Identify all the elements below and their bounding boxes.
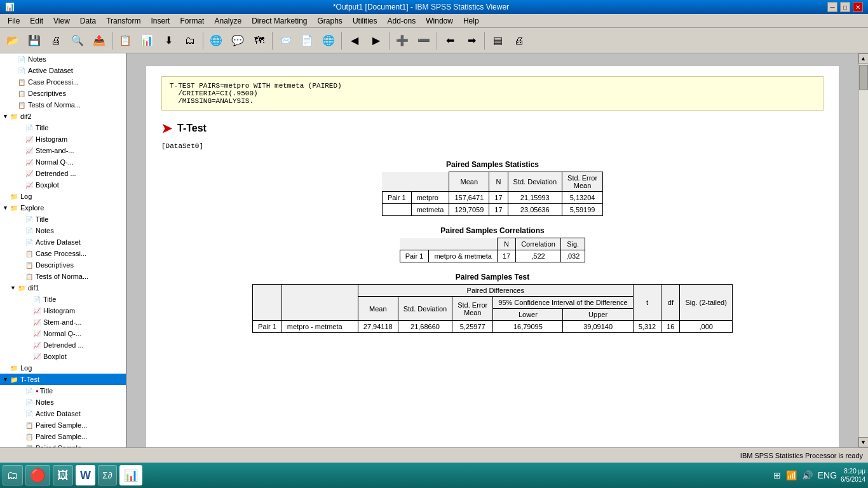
nav-item[interactable]: 📁Log — [0, 362, 126, 374]
nav-item[interactable]: 📄Title — [0, 294, 126, 305]
nav-item[interactable]: 📋Case Processi... — [0, 248, 126, 259]
forward-button[interactable]: ▶ — [366, 30, 386, 51]
table1-title: Paired Samples Statistics — [161, 160, 824, 169]
table-row: Pair 1 metpro 157,6471 17 21,15993 5,132… — [382, 192, 602, 204]
nav-item[interactable]: 📄●Title — [0, 385, 126, 396]
nav-button[interactable]: 🗺 — [249, 30, 269, 51]
pivot-button[interactable]: 🗂 — [180, 30, 200, 51]
taskbar-excel[interactable]: 📊 — [119, 465, 142, 485]
right-scrollbar[interactable]: ▲ ▼ — [858, 53, 868, 447]
taskbar-explorer[interactable]: 🗂 — [3, 465, 23, 485]
chart-icon: 📈 — [24, 157, 34, 167]
nav-item[interactable]: 📄Notes — [0, 53, 126, 65]
nav-item[interactable]: ▼📁Explore — [0, 202, 126, 214]
nav-item[interactable]: 📄Title — [0, 122, 126, 133]
nav-item-label: Active Dataset — [36, 238, 81, 246]
taskbar-net-icon: 📶 — [786, 470, 797, 480]
info-button[interactable]: 💬 — [227, 30, 248, 51]
nav-item[interactable]: 📄Active Dataset — [0, 65, 126, 76]
menu-item-analyze[interactable]: Analyze — [209, 15, 247, 27]
spss-icon[interactable]: 📋 — [115, 30, 135, 51]
menu-item-utilities[interactable]: Utilities — [348, 15, 383, 27]
taskbar-lang: ENG — [818, 470, 837, 480]
nav-item[interactable]: 📄Active Dataset — [0, 408, 126, 419]
nav-item[interactable]: 📋Tests of Norma... — [0, 99, 126, 111]
nav-item[interactable]: 📈Detrended ... — [0, 168, 126, 179]
nav-item[interactable]: 📄Notes — [0, 225, 126, 236]
menu-item-window[interactable]: Window — [421, 15, 458, 27]
taskbar-img[interactable]: 🖼 — [53, 465, 73, 485]
table-row: Pair 1 metpro - metmeta 27,94118 21,6866… — [253, 321, 733, 333]
t3-stderr: 5,25977 — [452, 321, 493, 333]
save-button[interactable]: 💾 — [24, 30, 44, 51]
taskbar-chrome[interactable]: 🔴 — [25, 465, 50, 485]
globe-button[interactable]: 🌐 — [206, 30, 226, 51]
nav-item[interactable]: 📋Paired Sample... — [0, 442, 126, 447]
nav-item[interactable]: 📋Case Processi... — [0, 76, 126, 88]
nav-item-label: Log — [20, 364, 32, 372]
taskbar-spss[interactable]: Σ∂ — [98, 465, 117, 485]
nav-item[interactable]: 📈Histogram — [0, 305, 126, 316]
print2-button[interactable]: 🖨 — [509, 30, 529, 51]
print-button[interactable]: 🖨 — [46, 30, 66, 51]
zoom-in-button[interactable]: ➕ — [392, 30, 412, 51]
menu-item-transform[interactable]: Transform — [101, 15, 146, 27]
menu-item-view[interactable]: View — [48, 15, 75, 27]
export-button[interactable]: 📤 — [89, 30, 109, 51]
nav-item[interactable]: 📋Descriptives — [0, 88, 126, 99]
open-button[interactable]: 📂 — [3, 30, 23, 51]
page-left-button[interactable]: ⬅ — [440, 30, 460, 51]
scroll-up-btn[interactable]: ▲ — [858, 53, 869, 64]
menu-item-insert[interactable]: Insert — [146, 15, 175, 27]
nav-item[interactable]: 📈Histogram — [0, 133, 126, 145]
menu-item-data[interactable]: Data — [75, 15, 101, 27]
nav-item[interactable]: 📈Normal Q-... — [0, 156, 126, 168]
nav-item[interactable]: 📈Boxplot — [0, 351, 126, 362]
nav-item-label: T-Test — [20, 376, 39, 383]
back-button[interactable]: ◀ — [344, 30, 365, 51]
minimize-button[interactable]: ─ — [827, 2, 837, 12]
nav-item[interactable]: 📄Title — [0, 214, 126, 225]
nav-item[interactable]: ▼📁T-Test — [0, 374, 126, 385]
menu-item-edit[interactable]: Edit — [25, 15, 48, 27]
scroll-thumb[interactable] — [859, 65, 868, 90]
taskbar-word[interactable]: W — [76, 465, 95, 485]
chart-icon: 📈 — [24, 134, 34, 144]
print-preview-button[interactable]: 🔍 — [67, 30, 88, 51]
data-button[interactable]: ⬇ — [158, 30, 179, 51]
nav-item[interactable]: 📈Detrended ... — [0, 339, 126, 351]
menu-item-direct-marketing[interactable]: Direct Marketing — [247, 15, 312, 27]
nav-item[interactable]: ▼📁dif2 — [0, 111, 126, 122]
nav-item[interactable]: ▼📁dif1 — [0, 282, 126, 294]
web-button[interactable]: 🌐 — [318, 30, 339, 51]
page-right-button[interactable]: ➡ — [461, 30, 482, 51]
menu-item-graphs[interactable]: Graphs — [313, 15, 348, 27]
toolbar-sep4 — [341, 32, 342, 50]
maximize-button[interactable]: □ — [840, 2, 850, 12]
layout-button[interactable]: ▤ — [487, 30, 508, 51]
close-button[interactable]: ✕ — [853, 2, 863, 12]
menu-item-help[interactable]: Help — [458, 15, 484, 27]
nav-item[interactable]: 📋Paired Sample... — [0, 431, 126, 442]
nav-item[interactable]: 📋Tests of Norma... — [0, 271, 126, 282]
nav-item[interactable]: 📈Stem-and-... — [0, 316, 126, 328]
menu-item-add-ons[interactable]: Add-ons — [383, 15, 421, 27]
nav-item[interactable]: 📋Descriptives — [0, 259, 126, 271]
nav-item[interactable]: 📄Notes — [0, 396, 126, 408]
table3-col-stderr: Std. ErrorMean — [452, 297, 493, 321]
doc-button[interactable]: 📄 — [297, 30, 317, 51]
nav-item[interactable]: 📋Paired Sample... — [0, 419, 126, 431]
send-button[interactable]: 📨 — [275, 30, 295, 51]
nav-item[interactable]: 📁Log — [0, 191, 126, 202]
nav-item[interactable]: 📈Normal Q-... — [0, 328, 126, 339]
nav-item[interactable]: 📈Stem-and-... — [0, 145, 126, 156]
toolbar-sep3 — [272, 32, 273, 50]
nav-item[interactable]: 📈Boxplot — [0, 179, 126, 191]
menu-item-file[interactable]: File — [3, 15, 25, 27]
nav-item[interactable]: 📄Active Dataset — [0, 236, 126, 248]
chart-button[interactable]: 📊 — [137, 30, 157, 51]
scroll-down-btn[interactable]: ▼ — [858, 437, 869, 447]
table2-title: Paired Samples Correlations — [161, 226, 824, 235]
menu-item-format[interactable]: Format — [175, 15, 209, 27]
zoom-out-button[interactable]: ➖ — [414, 30, 434, 51]
